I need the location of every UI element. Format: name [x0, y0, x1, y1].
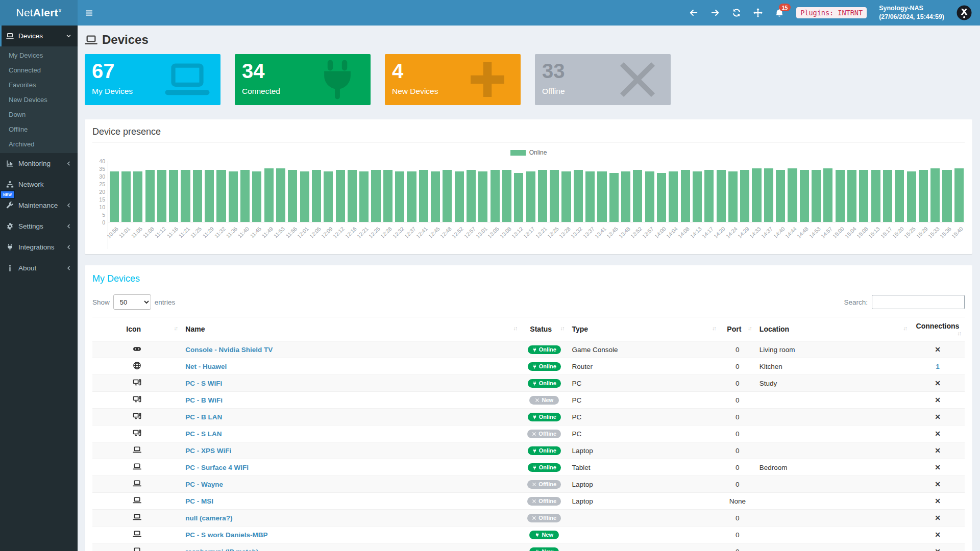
device-name-link[interactable]: PC - S WiFi	[185, 380, 222, 387]
sidebar-item-about[interactable]: About	[0, 258, 78, 279]
card-new-devices[interactable]: 4New Devices	[385, 54, 521, 105]
device-port: 0	[720, 476, 755, 493]
device-name-link[interactable]: PC - Wayne	[185, 481, 223, 488]
device-type: Laptop	[568, 493, 719, 510]
sidebar-subitem-archived[interactable]: Archived	[0, 137, 78, 152]
column-header-icon[interactable]: Icon↓↑	[92, 317, 181, 341]
device-type: Game Console	[568, 341, 719, 358]
plug-icon	[535, 533, 540, 537]
y-tick-label: 10	[99, 204, 105, 210]
status-label: Offline	[538, 431, 556, 437]
column-header-status[interactable]: Status↓↑	[521, 317, 568, 341]
chart-bar	[715, 161, 727, 222]
x-tick-label: 15:40	[953, 222, 965, 249]
device-name-link[interactable]: PC - MSI	[185, 497, 213, 505]
no-connections-icon: ✕	[935, 463, 941, 471]
sidebar-item-devices[interactable]: Devices	[0, 26, 78, 46]
chart-x-axis: 10:5611:0111:0511:0811:1211:1611:2111:25…	[108, 222, 965, 249]
chart-bar	[525, 161, 536, 222]
app-logo[interactable]: NetAlertx	[0, 0, 78, 26]
notifications-button[interactable]: 15	[775, 8, 784, 17]
sidebar-item-maintenance[interactable]: NEWMaintenance	[0, 195, 78, 216]
status-badge: Offline	[527, 430, 561, 438]
refresh-button[interactable]	[732, 8, 741, 17]
chart-bar	[584, 161, 596, 222]
sidebar-subitem-offline[interactable]: Offline	[0, 122, 78, 137]
device-name-link[interactable]: PC - B WiFi	[185, 396, 223, 404]
sidebar-item-monitoring[interactable]: Monitoring	[0, 153, 78, 174]
device-name-link[interactable]: Net - Huawei	[185, 363, 227, 370]
chart-bar	[798, 161, 810, 222]
column-header-connections[interactable]: Connections↓↑	[911, 317, 965, 341]
connections-count-link[interactable]: 1	[936, 363, 940, 370]
chart-bar	[941, 161, 953, 222]
table-row: PC - B WiFiNewPC0✕	[92, 392, 965, 409]
table-row: PC - WayneOfflineLaptop0✕	[92, 476, 965, 493]
chart-bar	[870, 161, 881, 222]
laptop-icon	[133, 546, 141, 551]
column-header-name[interactable]: Name↓↑	[181, 317, 521, 341]
move-arrows-button[interactable]	[753, 8, 763, 17]
device-port: 0	[720, 392, 755, 409]
chart-bar	[215, 161, 227, 222]
sidebar-toggle-button[interactable]	[78, 0, 100, 26]
card-connected[interactable]: 34Connected	[235, 54, 371, 105]
chart-bar	[370, 161, 382, 222]
device-name-link[interactable]: Console - Nvidia Shield TV	[185, 346, 273, 354]
nav-back-button[interactable]	[689, 8, 698, 17]
sidebar-item-label: Devices	[18, 32, 43, 40]
device-name-link[interactable]: PC - Surface 4 WiFi	[185, 464, 249, 471]
device-type	[568, 527, 719, 543]
device-name-link[interactable]: PC - S work Daniels-MBP	[185, 531, 267, 539]
device-type	[568, 510, 719, 527]
device-port: 0	[720, 459, 755, 476]
card-offline[interactable]: 33Offline	[535, 54, 671, 105]
chart-plot: 10:5611:0111:0511:0811:1211:1611:2111:25…	[108, 161, 965, 249]
sidebar-subitem-down[interactable]: Down	[0, 107, 78, 122]
no-connections-icon: ✕	[935, 497, 941, 505]
user-avatar[interactable]	[957, 5, 972, 20]
laptop-icon	[133, 479, 141, 488]
column-header-port[interactable]: Port↓↑	[720, 317, 755, 341]
no-connections-icon: ✕	[935, 413, 941, 421]
chart-bar	[655, 161, 667, 222]
search-input[interactable]	[872, 295, 965, 309]
sidebar-subitem-favorites[interactable]: Favorites	[0, 78, 78, 92]
x-tick-label: 11:01	[120, 222, 132, 249]
top-navbar: 15 Plugins: INTRNT Synology-NAS (27/06/2…	[78, 0, 980, 26]
chart-bar	[465, 161, 477, 222]
chart-bar	[810, 161, 822, 222]
device-name-link[interactable]: null (camera?)	[185, 514, 232, 522]
device-name-link[interactable]: raspberrypi (IP match)	[185, 548, 258, 551]
nav-forward-button[interactable]	[710, 8, 720, 17]
plug-icon	[532, 465, 537, 470]
sidebar-item-label: Integrations	[18, 243, 55, 251]
chart-bar	[846, 161, 857, 222]
chart-bar	[358, 161, 370, 222]
device-port: 0	[720, 510, 755, 527]
card-my-devices[interactable]: 67My Devices	[85, 54, 220, 105]
device-type: Tablet	[568, 459, 719, 476]
hamburger-icon	[85, 9, 93, 17]
chart-bar	[489, 161, 501, 222]
plugins-status-chip[interactable]: Plugins: INTRNT	[796, 7, 867, 18]
laptop-icon	[6, 32, 14, 40]
sidebar-item-settings[interactable]: Settings	[0, 216, 78, 237]
column-header-location[interactable]: Location↓↑	[755, 317, 911, 341]
laptop-icon	[85, 34, 97, 46]
x-icon	[535, 398, 540, 403]
chart-bar	[917, 161, 929, 222]
sidebar-item-integrations[interactable]: Integrations	[0, 237, 78, 258]
sidebar-subitem-new-devices[interactable]: New Devices	[0, 92, 78, 107]
page-size-select[interactable]: 50	[113, 294, 151, 310]
sidebar-subitem-connected[interactable]: Connected	[0, 63, 78, 78]
device-name-link[interactable]: PC - B LAN	[185, 413, 222, 421]
device-port: 0	[720, 543, 755, 551]
device-name-link[interactable]: PC - S LAN	[185, 430, 222, 438]
device-name-link[interactable]: PC - XPS WiFi	[185, 447, 231, 455]
sidebar-subitem-my-devices[interactable]: My Devices	[0, 48, 78, 63]
column-header-type[interactable]: Type↓↑	[568, 317, 719, 341]
device-type: PC	[568, 425, 719, 442]
chart-bar	[275, 161, 286, 222]
table-row: PC - XPS WiFiOnlineLaptop0✕	[92, 442, 965, 459]
